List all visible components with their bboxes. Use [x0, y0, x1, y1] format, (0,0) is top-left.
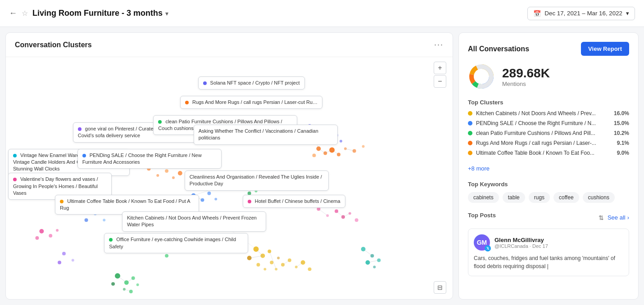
svg-point-46 [39, 229, 44, 233]
keywords-section: Top Keywords cabinets table rugs coffee … [468, 181, 629, 203]
post-card: GM 𝕏 Glenn McGillivray @ICLRCanada · Dec… [468, 229, 629, 276]
svg-line-81 [363, 249, 372, 256]
svg-line-113 [343, 213, 350, 217]
cluster-dot-1 [468, 121, 472, 126]
cluster-name-1: PENDing SALE / Choose the Right Furnitur… [476, 120, 610, 126]
svg-point-69 [218, 220, 222, 224]
svg-line-111 [318, 209, 327, 215]
main-content: Conversation Clusters ··· [0, 27, 644, 305]
svg-point-34 [214, 198, 217, 201]
svg-point-71 [212, 227, 215, 231]
svg-line-68 [296, 262, 303, 267]
svg-point-70 [228, 225, 231, 228]
svg-line-44 [71, 187, 77, 193]
zoom-out-button[interactable]: − [434, 75, 446, 88]
top-posts-title: Top Posts [468, 212, 496, 219]
cluster-item-1: PENDing SALE / Choose the Right Furnitur… [468, 120, 629, 126]
cluster-dot-2 [468, 131, 472, 135]
cluster-dot-0 [468, 111, 472, 116]
cluster-pct-0: 16.0% [614, 110, 629, 117]
svg-line-90 [118, 276, 127, 283]
keyword-tag-4[interactable]: cushions [583, 192, 615, 203]
svg-point-89 [136, 283, 139, 286]
svg-point-72 [160, 238, 164, 242]
app-header: ← ☆ Living Room Furniture - 3 months ▾ 📅… [0, 0, 644, 27]
svg-line-18 [318, 149, 325, 153]
svg-point-62 [301, 260, 305, 265]
keyword-tag-2[interactable]: rugs [529, 192, 550, 203]
svg-point-17 [362, 145, 365, 148]
zoom-in-button[interactable]: + [434, 62, 446, 74]
svg-point-100 [103, 219, 105, 221]
cluster-item-4: Ultimate Coffee Table Book / Known To Ea… [468, 150, 629, 156]
cluster-map[interactable]: Solana NFT space / Crypto / NFT project … [6, 57, 453, 298]
more-options-button[interactable]: ··· [434, 40, 444, 49]
svg-point-36 [192, 212, 195, 215]
date-range-button[interactable]: 📅 Dec 17, 2021 – Mar 16, 2022 ▾ [527, 7, 635, 20]
date-range-text: Dec 17, 2021 – Mar 16, 2022 [544, 10, 622, 17]
cluster-item-3: Rugs And More Rugs / call rugs Persian /… [468, 140, 629, 146]
svg-line-45 [75, 191, 84, 200]
cluster-pct-1: 15.0% [614, 120, 629, 126]
post-text: Cars, couches, fridges and fuel tanks am… [474, 254, 623, 270]
top-keywords-title: Top Keywords [468, 181, 629, 188]
svg-point-95 [165, 169, 168, 173]
svg-point-27 [255, 190, 258, 193]
svg-line-64 [256, 249, 263, 256]
title-chevron-icon: ▾ [165, 10, 168, 17]
cluster-name-0: Kitchen Cabinets / Not Doors And Wheels … [476, 110, 610, 117]
svg-point-110 [355, 218, 358, 222]
svg-line-38 [185, 202, 189, 209]
svg-point-59 [275, 268, 277, 270]
see-all-chevron-icon: › [627, 214, 629, 221]
see-all-link[interactable]: See all › [608, 214, 629, 221]
svg-line-37 [194, 196, 203, 200]
svg-point-96 [172, 176, 175, 179]
svg-line-116 [220, 222, 256, 249]
svg-point-76 [361, 247, 366, 251]
donut-chart [468, 63, 495, 90]
keyword-tag-3[interactable]: coffee [553, 192, 579, 203]
svg-point-5 [335, 134, 338, 137]
svg-point-43 [89, 194, 93, 197]
cluster-list: Kitchen Cabinets / Not Doors And Wheels … [468, 110, 629, 156]
cluster-name-3: Rugs And More Rugs / call rugs Persian /… [476, 140, 613, 146]
svg-line-28 [247, 178, 254, 184]
svg-point-24 [239, 185, 242, 188]
cluster-network-svg [6, 57, 453, 298]
svg-point-93 [147, 167, 150, 170]
date-chevron-icon: ▾ [626, 10, 629, 17]
svg-line-29 [249, 184, 254, 193]
svg-point-6 [340, 140, 342, 143]
cluster-pct-2: 10.2% [614, 130, 629, 136]
top-clusters-title: Top Clusters [468, 99, 629, 106]
filter-icon[interactable]: ⇅ [599, 214, 604, 221]
cluster-pct-4: 9.0% [617, 150, 629, 156]
svg-line-112 [336, 211, 343, 217]
keyword-tag-0[interactable]: cabinets [468, 192, 499, 203]
post-author-block: Glenn McGillivray @ICLRCanada · Dec 17 [494, 237, 548, 249]
svg-point-49 [56, 229, 59, 232]
svg-point-97 [178, 171, 182, 175]
view-report-button[interactable]: View Report [581, 42, 629, 56]
svg-point-85 [111, 282, 115, 286]
cluster-dot-4 [468, 151, 472, 155]
svg-point-104 [58, 261, 61, 265]
svg-line-115 [310, 126, 319, 149]
svg-point-61 [295, 265, 298, 268]
svg-point-73 [170, 246, 172, 248]
keyword-tag-1[interactable]: table [503, 192, 525, 203]
title-wrapper[interactable]: Living Room Furniture - 3 months ▾ [32, 9, 168, 18]
back-button[interactable]: ← [9, 9, 17, 18]
svg-line-66 [269, 251, 276, 269]
more-clusters-link[interactable]: +8 more [468, 165, 629, 172]
map-view-button[interactable]: ⊟ [434, 281, 446, 294]
svg-point-63 [308, 267, 312, 271]
svg-point-74 [155, 247, 160, 251]
favorite-button[interactable]: ☆ [22, 9, 28, 18]
svg-line-9 [323, 131, 327, 138]
cluster-item-2: clean Patio Furniture Cushions / Pillows… [468, 130, 629, 136]
avatar: GM 𝕏 [474, 234, 490, 251]
panel-header: Conversation Clusters ··· [6, 33, 453, 57]
top-posts-controls: ⇅ See all › [599, 214, 629, 221]
